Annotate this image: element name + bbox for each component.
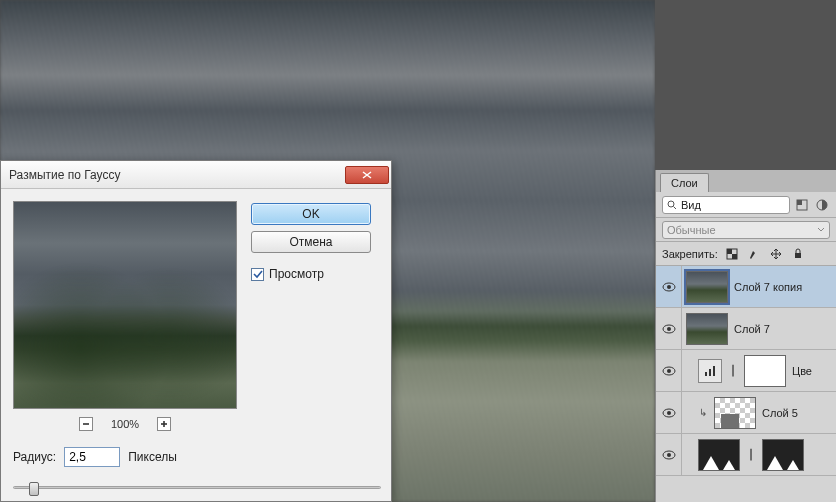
- layer-visibility-toggle[interactable]: [656, 266, 682, 307]
- app-background: [655, 0, 836, 170]
- svg-point-13: [667, 285, 671, 289]
- layer-thumbnail[interactable]: [686, 271, 728, 303]
- link-icon: ┃: [746, 449, 756, 460]
- filter-pixel-icon[interactable]: [794, 197, 810, 213]
- svg-rect-11: [795, 253, 801, 258]
- radius-slider[interactable]: [13, 486, 381, 489]
- layer-visibility-toggle[interactable]: [656, 350, 682, 391]
- radius-unit: Пикселы: [128, 450, 177, 464]
- radius-label: Радиус:: [13, 450, 56, 464]
- svg-point-17: [667, 369, 671, 373]
- eye-icon: [662, 366, 676, 376]
- search-icon: [667, 200, 677, 210]
- layers-panel: Слои Вид Обычные Закрепить:: [655, 170, 836, 502]
- lock-all-icon[interactable]: [790, 246, 806, 262]
- layer-mask-thumbnail[interactable]: [744, 355, 786, 387]
- svg-rect-6: [797, 200, 802, 205]
- layer-row[interactable]: ↳ Слой 5: [656, 392, 836, 434]
- svg-rect-2: [163, 421, 165, 427]
- svg-rect-18: [705, 372, 707, 376]
- eye-icon: [662, 324, 676, 334]
- layer-row[interactable]: Слой 7: [656, 308, 836, 350]
- link-icon: ┃: [728, 365, 738, 376]
- layer-thumbnail[interactable]: [686, 313, 728, 345]
- radius-input[interactable]: [64, 447, 120, 467]
- lock-label: Закрепить:: [662, 248, 718, 260]
- close-icon: [362, 171, 372, 179]
- preview-checkbox[interactable]: [251, 268, 264, 281]
- clip-indicator-icon: ↳: [698, 407, 708, 418]
- checkmark-icon: [253, 269, 263, 279]
- tab-layers[interactable]: Слои: [660, 173, 709, 192]
- svg-rect-0: [83, 423, 89, 425]
- zoom-level: 100%: [111, 418, 139, 430]
- svg-point-24: [667, 453, 671, 457]
- layer-filter-kind[interactable]: Вид: [662, 196, 790, 214]
- dialog-title: Размытие по Гауссу: [9, 168, 345, 182]
- svg-rect-9: [727, 249, 732, 254]
- svg-rect-10: [732, 254, 737, 259]
- layer-name[interactable]: Слой 7 копия: [734, 281, 802, 293]
- svg-point-15: [667, 327, 671, 331]
- preview-checkbox-label: Просмотр: [269, 267, 324, 281]
- svg-point-22: [667, 411, 671, 415]
- svg-rect-19: [709, 369, 711, 376]
- panel-tabs: Слои: [656, 170, 836, 192]
- layer-thumbnail[interactable]: [714, 397, 756, 429]
- layer-row[interactable]: ┃: [656, 434, 836, 476]
- layer-mask-thumbnail[interactable]: [762, 439, 804, 471]
- zoom-in-button[interactable]: [157, 417, 171, 431]
- layer-row[interactable]: Слой 7 копия: [656, 266, 836, 308]
- filter-adjustment-icon[interactable]: [814, 197, 830, 213]
- blend-mode-value: Обычные: [667, 224, 716, 236]
- levels-icon: [703, 364, 717, 378]
- layer-thumbnail[interactable]: [698, 439, 740, 471]
- layer-name[interactable]: Цве: [792, 365, 812, 377]
- chevron-down-icon: [817, 227, 825, 233]
- lock-position-icon[interactable]: [768, 246, 784, 262]
- dialog-titlebar[interactable]: Размытие по Гауссу: [1, 161, 391, 189]
- minus-icon: [82, 420, 90, 428]
- layer-row[interactable]: ┃ Цве: [656, 350, 836, 392]
- blur-preview[interactable]: [13, 201, 237, 409]
- kind-label: Вид: [681, 199, 701, 211]
- layer-visibility-toggle[interactable]: [656, 434, 682, 475]
- layer-visibility-toggle[interactable]: [656, 308, 682, 349]
- layer-name[interactable]: Слой 7: [734, 323, 770, 335]
- blend-mode-select[interactable]: Обычные: [662, 221, 830, 239]
- layer-visibility-toggle[interactable]: [656, 392, 682, 433]
- close-button[interactable]: [345, 166, 389, 184]
- svg-line-4: [674, 206, 677, 209]
- plus-icon: [160, 420, 168, 428]
- svg-point-3: [668, 201, 674, 207]
- slider-thumb[interactable]: [29, 482, 39, 496]
- gaussian-blur-dialog: Размытие по Гауссу 100% OK Отмена: [0, 160, 392, 502]
- eye-icon: [662, 450, 676, 460]
- zoom-out-button[interactable]: [79, 417, 93, 431]
- eye-icon: [662, 408, 676, 418]
- layer-name[interactable]: Слой 5: [762, 407, 798, 419]
- eye-icon: [662, 282, 676, 292]
- svg-rect-20: [713, 366, 715, 376]
- lock-transparency-icon[interactable]: [724, 246, 740, 262]
- adjustment-layer-icon[interactable]: [698, 359, 722, 383]
- cancel-button[interactable]: Отмена: [251, 231, 371, 253]
- lock-pixels-icon[interactable]: [746, 246, 762, 262]
- layers-list: Слой 7 копия Слой 7 ┃ Цве ↳ Сло: [656, 266, 836, 502]
- ok-button[interactable]: OK: [251, 203, 371, 225]
